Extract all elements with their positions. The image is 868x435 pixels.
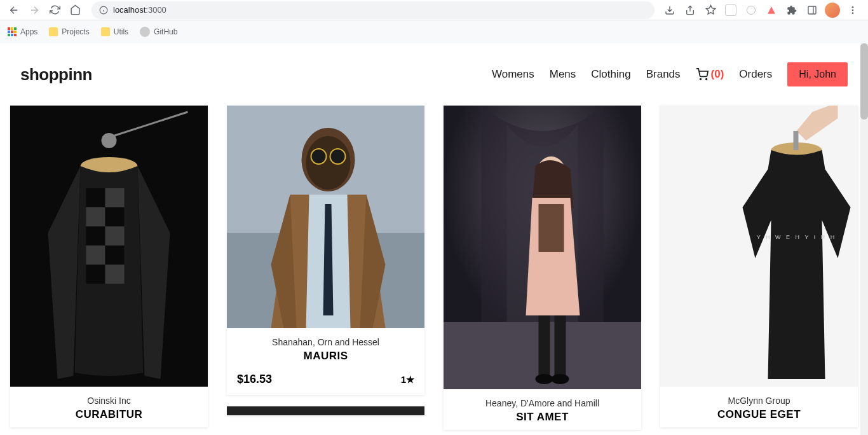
cart-count: (0) xyxy=(711,68,724,81)
product-image: Y H W E H Y I R H xyxy=(660,106,858,387)
bookmark-label: Utils xyxy=(114,27,128,36)
svg-point-3 xyxy=(852,6,854,8)
scrollbar-thumb[interactable] xyxy=(860,43,868,120)
user-greeting[interactable]: Hi, John xyxy=(787,62,848,86)
extension-icon-3[interactable] xyxy=(764,3,779,18)
folder-icon xyxy=(101,27,110,36)
nav-clothing[interactable]: Clothing xyxy=(591,68,630,81)
address-bar[interactable]: localhost:3000 xyxy=(92,1,654,19)
product-name: SIT AMET xyxy=(454,411,631,424)
svg-rect-16 xyxy=(86,245,105,265)
svg-point-7 xyxy=(705,79,707,80)
nav-womens[interactable]: Womens xyxy=(492,68,534,81)
bookmark-projects[interactable]: Projects xyxy=(49,27,89,36)
home-button[interactable] xyxy=(66,1,84,19)
svg-rect-1 xyxy=(808,6,816,14)
product-brand: Osinski Inc xyxy=(20,396,198,406)
svg-point-25 xyxy=(306,136,351,190)
svg-point-27 xyxy=(330,149,346,164)
svg-point-34 xyxy=(552,374,569,384)
product-image xyxy=(444,106,641,389)
product-image xyxy=(10,106,208,387)
menu-button[interactable] xyxy=(845,3,860,18)
bookmark-github[interactable]: GitHub xyxy=(140,27,177,37)
product-brand: McGlynn Group xyxy=(670,396,848,406)
extension-icon-2[interactable] xyxy=(743,3,759,18)
extension-icon-1[interactable] xyxy=(723,3,738,18)
cart-link[interactable]: (0) xyxy=(696,68,724,81)
cart-icon xyxy=(696,68,709,81)
svg-rect-13 xyxy=(105,207,125,226)
toolbar-right xyxy=(662,3,863,18)
folder-icon xyxy=(49,27,58,36)
svg-rect-14 xyxy=(86,226,105,245)
svg-text:Y H W E H   Y I R H: Y H W E H Y I R H xyxy=(757,234,837,240)
svg-rect-19 xyxy=(105,265,125,284)
forward-button[interactable] xyxy=(25,1,43,19)
nav-mens[interactable]: Mens xyxy=(550,68,576,81)
bookmarks-bar: Apps Projects Utils GitHub xyxy=(0,20,868,43)
svg-rect-31 xyxy=(539,315,550,376)
share-icon[interactable] xyxy=(682,3,698,18)
product-card[interactable]: Osinski Inc CURABITUR xyxy=(10,106,208,427)
site-header: shoppinn Womens Mens Clothing Brands (0)… xyxy=(0,43,868,106)
panel-icon[interactable] xyxy=(804,3,820,18)
product-name: CONGUE EGET xyxy=(670,408,848,421)
svg-point-33 xyxy=(536,374,553,384)
nav-orders[interactable]: Orders xyxy=(739,68,772,81)
extensions-button[interactable] xyxy=(784,3,799,18)
main-nav: Womens Mens Clothing Brands (0) Orders H… xyxy=(492,62,848,86)
back-button[interactable] xyxy=(5,1,23,19)
svg-rect-10 xyxy=(86,188,105,207)
github-icon xyxy=(140,27,150,37)
product-card[interactable]: Heaney, D'Amore and Hamill SIT AMET xyxy=(444,106,641,430)
product-brand: Heaney, D'Amore and Hamill xyxy=(454,398,631,408)
svg-rect-11 xyxy=(105,188,125,207)
product-card[interactable] xyxy=(227,406,424,415)
bookmark-label: GitHub xyxy=(154,27,177,36)
product-price: $16.53 xyxy=(237,373,272,386)
url-port: :3000 xyxy=(146,5,166,15)
reload-button[interactable] xyxy=(46,1,64,19)
product-image xyxy=(227,106,424,328)
profile-avatar[interactable] xyxy=(825,3,840,18)
svg-point-4 xyxy=(852,9,854,11)
bookmark-apps[interactable]: Apps xyxy=(8,27,37,36)
product-card[interactable]: Y H W E H Y I R H McGlynn Group CONGUE E… xyxy=(660,106,858,427)
svg-rect-17 xyxy=(105,245,125,265)
svg-rect-18 xyxy=(86,265,105,284)
svg-rect-12 xyxy=(86,207,105,226)
product-name: CURABITUR xyxy=(20,408,198,421)
scrollbar[interactable] xyxy=(860,43,868,435)
svg-point-6 xyxy=(700,79,701,80)
url-host: localhost xyxy=(113,5,146,15)
product-grid: Osinski Inc CURABITUR Shanahan, Orn and xyxy=(0,106,868,430)
product-rating: 1★ xyxy=(401,374,414,385)
nav-brands[interactable]: Brands xyxy=(646,68,681,81)
svg-rect-37 xyxy=(794,131,799,150)
product-brand: Shanahan, Orn and Hessel xyxy=(237,337,414,347)
site-logo[interactable]: shoppinn xyxy=(20,65,92,85)
svg-point-5 xyxy=(852,12,854,14)
bookmark-label: Apps xyxy=(20,27,37,36)
bookmark-label: Projects xyxy=(62,27,89,36)
svg-point-21 xyxy=(102,133,117,148)
bookmark-utils[interactable]: Utils xyxy=(101,27,128,36)
svg-rect-15 xyxy=(105,226,125,245)
svg-point-26 xyxy=(311,149,327,164)
product-card[interactable]: Shanahan, Orn and Hessel MAURIS $16.53 1… xyxy=(227,106,424,395)
star-icon[interactable] xyxy=(703,3,718,18)
svg-rect-32 xyxy=(555,315,566,376)
download-icon[interactable] xyxy=(662,3,677,18)
apps-icon xyxy=(8,27,17,36)
product-image xyxy=(227,406,424,415)
browser-toolbar: localhost:3000 xyxy=(0,0,868,20)
product-name: MAURIS xyxy=(237,350,414,362)
